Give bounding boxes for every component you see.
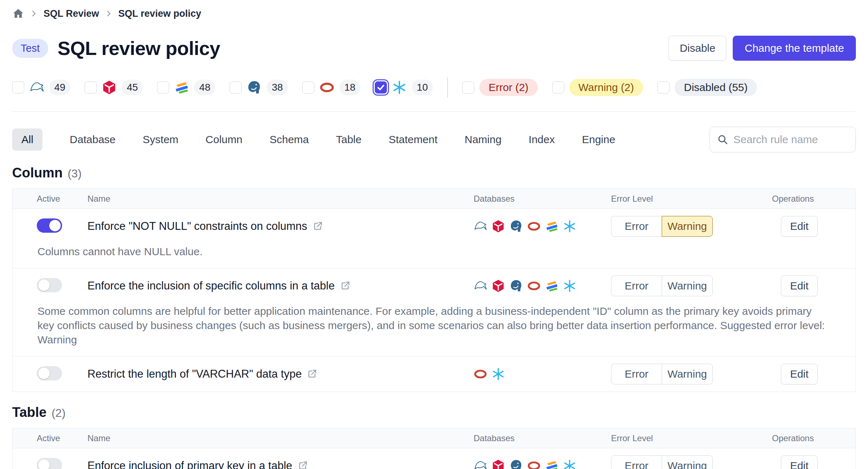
error-checkbox[interactable] — [462, 81, 474, 94]
error-level-segmented: Error Warning — [611, 216, 772, 237]
section-title: Column — [12, 165, 62, 181]
disabled-checkbox[interactable] — [657, 81, 670, 94]
edit-button[interactable]: Edit — [781, 455, 818, 469]
rule-active-toggle[interactable] — [37, 366, 62, 380]
external-link-icon[interactable] — [312, 221, 323, 232]
tidb-count-badge: 45 — [122, 80, 143, 95]
external-link-icon[interactable] — [297, 460, 308, 469]
column-rules-table: Active Name Databases Error Level Operat… — [12, 188, 856, 392]
edit-button[interactable]: Edit — [781, 364, 818, 384]
section-head-column: Column (3) — [12, 165, 856, 181]
mysql-icon — [474, 459, 487, 469]
search-input[interactable] — [733, 133, 848, 146]
snowflake-count-badge: 10 — [412, 80, 433, 95]
rule-name-link[interactable]: Restrict the length of "VARCHAR" data ty… — [87, 368, 474, 380]
tab-database[interactable]: Database — [70, 128, 115, 151]
page-header: Test SQL review policy Disable Change th… — [12, 36, 856, 61]
breadcrumb: SQL Review SQL review policy — [12, 6, 856, 21]
mysql-checkbox[interactable] — [12, 81, 24, 94]
tab-engine[interactable]: Engine — [582, 128, 615, 151]
col-header-operations: Operations — [772, 194, 856, 204]
external-link-icon[interactable] — [340, 281, 350, 291]
postgresql-icon — [509, 220, 523, 233]
col-header-error-level: Error Level — [611, 194, 772, 204]
section-count: (2) — [51, 407, 65, 420]
tab-schema[interactable]: Schema — [269, 128, 309, 151]
tabs-row: All Database System Column Schema Table … — [12, 127, 856, 152]
error-level-warning-button[interactable]: Warning — [662, 455, 713, 469]
tab-column[interactable]: Column — [206, 128, 242, 151]
tidb-icon — [491, 279, 505, 293]
oceanbase-icon — [545, 279, 559, 293]
oracle-icon — [527, 279, 541, 293]
rule-name-link[interactable]: Enforce "NOT NULL" constraints on column… — [87, 220, 474, 233]
tab-table[interactable]: Table — [336, 128, 362, 151]
filter-row: 49 45 48 38 18 10 Er — [12, 77, 856, 98]
disable-button[interactable]: Disable — [668, 36, 726, 61]
rule-active-toggle[interactable] — [37, 218, 62, 233]
engine-filter-oracle: 18 — [302, 80, 360, 95]
edit-button[interactable]: Edit — [781, 276, 818, 296]
table-row: Enforce "NOT NULL" constraints on column… — [12, 209, 856, 268]
col-header-active: Active — [12, 433, 87, 443]
tab-statement[interactable]: Statement — [389, 128, 438, 151]
tab-system[interactable]: System — [143, 128, 178, 151]
oceanbase-checkbox[interactable] — [157, 81, 169, 94]
oracle-icon — [319, 80, 334, 95]
external-link-icon[interactable] — [307, 369, 317, 379]
error-level-segmented: Error Warning — [611, 276, 772, 296]
error-level-error-button[interactable]: Error — [611, 455, 662, 469]
error-level-segmented: Error Warning — [611, 455, 772, 469]
engine-filter-oceanbase: 48 — [157, 80, 215, 95]
oracle-checkbox[interactable] — [302, 81, 314, 94]
search-icon — [717, 134, 728, 145]
category-tabs: All Database System Column Schema Table … — [12, 128, 615, 151]
rule-name-link[interactable]: Enforce the inclusion of specific column… — [87, 279, 474, 292]
edit-button[interactable]: Edit — [781, 216, 818, 237]
warning-count-badge: Warning (2) — [569, 79, 644, 96]
postgresql-icon — [509, 459, 523, 469]
error-level-error-button[interactable]: Error — [611, 364, 662, 384]
home-icon[interactable] — [12, 7, 24, 20]
table-row: Enforce the inclusion of specific column… — [12, 268, 856, 356]
tab-index[interactable]: Index — [529, 128, 555, 151]
rule-databases — [474, 220, 611, 233]
snowflake-icon — [563, 459, 576, 469]
error-level-warning-button[interactable]: Warning — [662, 364, 713, 384]
tidb-checkbox[interactable] — [85, 81, 97, 94]
postgresql-count-badge: 38 — [267, 80, 288, 95]
tab-all[interactable]: All — [12, 128, 42, 151]
rule-databases — [474, 279, 611, 293]
rule-active-toggle[interactable] — [37, 278, 62, 292]
table-header-row: Active Name Databases Error Level Operat… — [12, 428, 856, 448]
error-level-error-button[interactable]: Error — [611, 216, 662, 237]
mysql-count-badge: 49 — [49, 80, 70, 95]
snowflake-icon — [392, 80, 407, 95]
tab-naming[interactable]: Naming — [465, 128, 501, 151]
chevron-right-icon — [29, 9, 39, 18]
postgresql-icon — [509, 279, 523, 293]
tidb-icon — [491, 459, 505, 469]
col-header-name: Name — [87, 194, 474, 204]
breadcrumb-sql-review[interactable]: SQL Review — [44, 8, 99, 19]
section-count: (3) — [67, 167, 81, 180]
rule-name-link[interactable]: Enforce inclusion of primary key in a ta… — [87, 459, 474, 469]
col-header-name: Name — [87, 433, 474, 443]
snowflake-checkbox[interactable] — [375, 81, 387, 94]
disabled-count-badge: Disabled (55) — [675, 79, 757, 96]
warning-checkbox[interactable] — [552, 81, 564, 94]
error-level-warning-button[interactable]: Warning — [662, 216, 713, 237]
oracle-icon — [527, 220, 541, 233]
oceanbase-icon — [545, 220, 559, 233]
oceanbase-count-badge: 48 — [194, 80, 215, 95]
change-template-button[interactable]: Change the template — [733, 36, 856, 61]
table-row: Restrict the length of "VARCHAR" data ty… — [12, 356, 856, 392]
error-level-error-button[interactable]: Error — [611, 276, 662, 296]
postgresql-checkbox[interactable] — [229, 81, 242, 94]
mysql-icon — [29, 80, 44, 95]
sql-review-policy-page: SQL Review SQL review policy Test SQL re… — [0, 0, 868, 469]
engine-filter-tidb: 45 — [85, 80, 143, 95]
engine-filter-postgresql: 38 — [229, 80, 288, 95]
error-level-warning-button[interactable]: Warning — [662, 276, 713, 296]
rule-active-toggle[interactable] — [37, 458, 62, 469]
